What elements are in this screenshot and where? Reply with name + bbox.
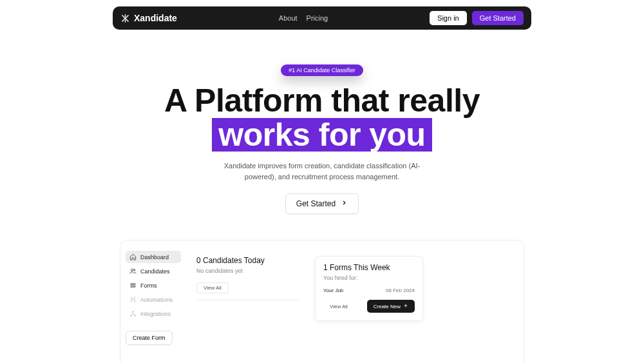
hero-title-line1: A Platform that really <box>164 83 480 119</box>
sidebar: Dashboard Candidates Forms Automations <box>120 240 186 363</box>
dashboard-main: 0 Candidates Today No candidates yet Vie… <box>186 240 524 363</box>
hero-cta-label: Get Started <box>296 199 336 208</box>
sidebar-item-label: Automations <box>140 297 173 303</box>
users-icon <box>129 268 137 275</box>
automations-icon <box>129 296 137 303</box>
hero-badge: #1 AI Candidate Classifier <box>281 64 363 76</box>
forms-viewall-button[interactable]: View All <box>323 302 354 311</box>
candidates-title: 0 Candidates Today <box>196 256 299 265</box>
sidebar-item-integrations[interactable]: Integrations <box>126 308 181 320</box>
hero: #1 AI Candidate Classifier A Platform th… <box>0 36 644 228</box>
plus-icon <box>403 303 408 309</box>
candidates-empty: No candidates yet <box>196 268 299 274</box>
sidebar-item-forms[interactable]: Forms <box>126 279 181 291</box>
hero-cta-button[interactable]: Get Started <box>285 193 359 214</box>
getstarted-nav-button[interactable]: Get Started <box>472 11 524 25</box>
divider <box>196 300 299 300</box>
forms-panel: 1 Forms This Week You hired for: Your Jo… <box>315 256 423 321</box>
svg-point-8 <box>133 311 134 312</box>
sidebar-item-candidates[interactable]: Candidates <box>126 265 181 277</box>
createnew-label: Create New <box>374 304 401 309</box>
navbar: Xandidate About Pricing Sign in Get Star… <box>113 6 531 30</box>
hero-title-highlight: works for you <box>212 118 431 152</box>
signin-button[interactable]: Sign in <box>430 11 467 25</box>
forms-date: 08 Feb 2024 <box>386 288 415 293</box>
sidebar-item-automations[interactable]: Automations <box>126 293 181 306</box>
sidebar-item-dashboard[interactable]: Dashboard <box>126 251 181 263</box>
home-icon <box>129 253 137 260</box>
integrations-icon <box>129 310 137 317</box>
nav-link-about[interactable]: About <box>279 14 298 22</box>
logo-icon <box>120 14 130 23</box>
chevron-right-icon <box>341 199 348 208</box>
forms-createnew-button[interactable]: Create New <box>367 300 415 313</box>
svg-point-5 <box>134 269 135 270</box>
logo[interactable]: Xandidate <box>120 13 177 23</box>
sidebar-item-label: Candidates <box>140 268 170 275</box>
forms-job: Your Job <box>323 288 343 293</box>
create-form-button[interactable]: Create Form <box>126 331 173 345</box>
sidebar-item-label: Dashboard <box>140 254 169 260</box>
forms-title: 1 Forms This Week <box>323 263 415 272</box>
svg-point-10 <box>135 315 136 317</box>
nav-actions: Sign in Get Started <box>430 11 524 25</box>
hero-subtitle: Xandidate improves form creation, candid… <box>213 161 431 182</box>
dashboard-preview: Dashboard Candidates Forms Automations <box>120 240 524 363</box>
sidebar-item-label: Integrations <box>140 311 171 317</box>
svg-rect-7 <box>131 286 135 287</box>
nav-links: About Pricing <box>279 14 328 22</box>
svg-point-4 <box>131 269 133 271</box>
logo-text: Xandidate <box>134 13 177 23</box>
forms-icon <box>129 282 137 289</box>
svg-point-9 <box>130 315 131 317</box>
candidates-panel: 0 Candidates Today No candidates yet Vie… <box>196 256 299 300</box>
candidates-viewall-button[interactable]: View All <box>196 282 229 293</box>
nav-link-pricing[interactable]: Pricing <box>307 14 328 22</box>
svg-rect-6 <box>131 284 135 285</box>
sidebar-item-label: Forms <box>140 282 157 289</box>
forms-hired-label: You hired for: <box>323 275 415 281</box>
hero-title: A Platform that really works for you <box>0 84 644 152</box>
